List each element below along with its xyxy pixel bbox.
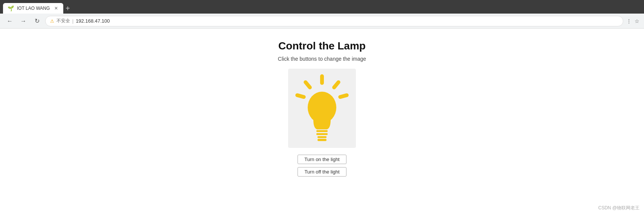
refresh-button[interactable]: ↻ (32, 16, 42, 26)
page-title: Control the Lamp (278, 40, 366, 52)
new-tab-button[interactable]: + (66, 5, 70, 12)
security-icon: ⚠ (50, 18, 54, 24)
bookmark-icon[interactable]: ☆ (635, 18, 639, 24)
tab-title: IOT LAO WANG (17, 6, 50, 11)
forward-button[interactable]: → (18, 16, 29, 26)
back-button[interactable]: ← (5, 16, 15, 26)
page-subtitle: Click the buttons to change the image (278, 56, 366, 62)
svg-rect-8 (317, 136, 327, 138)
turn-on-button[interactable]: Turn on the light (298, 155, 346, 164)
svg-point-5 (308, 92, 336, 123)
buttons-section: Turn on the light Turn off the light (298, 155, 346, 177)
svg-rect-9 (317, 139, 327, 141)
page-content: Control the Lamp Click the buttons to ch… (0, 29, 644, 215)
watermark: CSDN @物联网老王 (598, 205, 639, 211)
lamp-image-container (288, 69, 356, 148)
share-icon[interactable]: ⋮ (626, 18, 632, 24)
svg-rect-1 (331, 79, 341, 90)
svg-rect-4 (295, 93, 306, 99)
browser-chrome: 🌱 IOT LAO WANG ✕ + ← → ↻ ⚠ 不安全 | 192.168… (0, 0, 644, 29)
url-separator: | (72, 18, 73, 24)
browser-actions: ⋮ ☆ (626, 18, 639, 24)
tab-bar: 🌱 IOT LAO WANG ✕ + (0, 0, 644, 14)
svg-rect-6 (316, 130, 328, 132)
browser-tab[interactable]: 🌱 IOT LAO WANG ✕ (3, 3, 63, 14)
url-input[interactable]: ⚠ 不安全 | 192.168.47.100 (45, 16, 623, 26)
tab-favicon: 🌱 (8, 5, 14, 11)
svg-rect-0 (320, 74, 324, 85)
tab-close-button[interactable]: ✕ (53, 5, 59, 12)
svg-rect-2 (338, 93, 349, 99)
turn-off-button[interactable]: Turn off the light (298, 167, 346, 177)
svg-rect-7 (316, 133, 328, 135)
svg-rect-3 (303, 79, 313, 90)
lamp-svg (294, 74, 350, 143)
address-bar: ← → ↻ ⚠ 不安全 | 192.168.47.100 ⋮ ☆ (0, 14, 644, 29)
url-text: 192.168.47.100 (76, 18, 110, 24)
security-label: 不安全 (56, 18, 70, 24)
